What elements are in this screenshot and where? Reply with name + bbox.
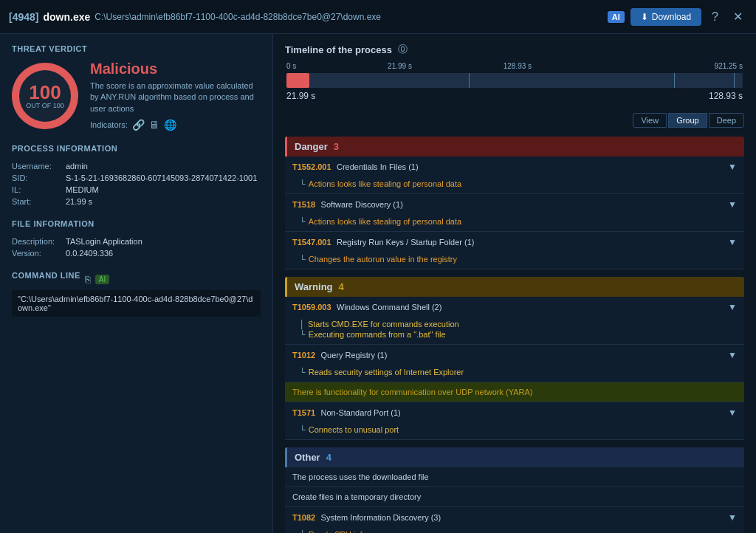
header: [4948] down.exe C:\Users\admin\efb86bf7-… — [0, 0, 756, 34]
threat-name-t1082: System Information Discovery (3) — [321, 513, 441, 522]
threat-detail-t1012-line1: └ Reads security settings of Internet Ex… — [300, 367, 737, 377]
file-info-title: File information — [12, 219, 261, 228]
threat-item-t1552-header: T1552.001 Credentials In Files (1) ▼ — [285, 157, 744, 177]
deep-button[interactable]: Deep — [709, 113, 744, 128]
version-label: Version: — [12, 249, 60, 258]
indicator-icon-2: 🖥 — [149, 119, 159, 131]
threat-item-t1547-title: T1547.001 Registry Run Keys / Startup Fo… — [292, 237, 474, 247]
view-controls: View Group Deep — [285, 113, 744, 128]
threat-name-t1012: Query Registry (1) — [321, 351, 388, 360]
expand-icon-t1571[interactable]: ▼ — [728, 408, 737, 418]
threat-name-t1571: Non-Standard Port (1) — [321, 408, 401, 417]
threat-detail-t1552-text: Actions looks like stealing of personal … — [309, 179, 461, 188]
threat-item-t1547: T1547.001 Registry Run Keys / Startup Fo… — [285, 232, 744, 269]
username-value: admin — [66, 162, 88, 171]
start-value: 21.99 s — [66, 197, 92, 206]
timeline-header: Timeline of the process ⓪ — [285, 43, 744, 56]
timeline-range-labels: 21.99 s 128.93 s — [285, 91, 744, 101]
sid-value: S-1-5-21-1693682860-607145093-2874071422… — [66, 173, 257, 182]
threat-id-t1547: T1547.001 — [292, 238, 331, 247]
timeline-labels: 0 s 21.99 s 128.93 s 921.25 s — [285, 62, 744, 70]
threat-detail-t1059-line1: │ Starts CMD.EXE for commands execution — [300, 319, 737, 329]
timeline-tick-2 — [674, 73, 675, 88]
group-button[interactable]: Group — [668, 113, 707, 128]
description-value: TASLogin Application — [66, 237, 142, 246]
score-label: OUT OF 100 — [26, 102, 63, 109]
threat-detail-t1518-text: Actions looks like stealing of personal … — [309, 217, 461, 226]
threat-item-t1518: T1518 Software Discovery (1) ▼ └ Actions… — [285, 194, 744, 232]
threat-id-t1082: T1082 — [292, 513, 315, 522]
threat-detail-t1552-line1: └ Actions looks like stealing of persona… — [300, 179, 737, 189]
threat-detail-t1012-text: Reads security settings of Internet Expl… — [309, 368, 464, 376]
header-title: [4948] down.exe C:\Users\admin\efb86bf7-… — [9, 11, 600, 23]
timeline-active-region — [286, 73, 309, 88]
timeline-tick-3 — [734, 73, 735, 88]
process-filename: down.exe — [43, 11, 90, 23]
score-number: 100 — [26, 83, 63, 102]
copy-icon[interactable]: ⎘ — [85, 274, 91, 285]
timeline-section: Timeline of the process ⓪ 0 s 21.99 s 12… — [285, 43, 744, 101]
threat-detail-t1518: └ Actions looks like stealing of persona… — [285, 215, 744, 231]
threat-detail-t1059-text1: Starts CMD.EXE for commands execution — [308, 320, 459, 329]
threat-id-t1012: T1012 — [292, 351, 315, 360]
threat-detail-t1547-line1: └ Changes the autorun value in the regis… — [300, 254, 737, 264]
close-button[interactable]: ✕ — [729, 8, 747, 25]
threat-detail-t1082-line1: └ Reads CPU info — [300, 529, 737, 533]
cmd-ai-badge: AI — [95, 275, 109, 284]
view-button[interactable]: View — [633, 113, 667, 128]
threat-detail-t1571: └ Connects to unusual port — [285, 423, 744, 439]
threat-detail-t1082: └ Reads CPU info — [285, 528, 744, 533]
threat-item-t1552-title: T1552.001 Credentials In Files (1) — [292, 162, 419, 172]
indicator-icon-1: 🔗 — [132, 119, 145, 131]
threat-item-t1059-header: T1059.003 Windows Command Shell (2) ▼ — [285, 297, 744, 317]
danger-header: Danger 3 — [285, 137, 744, 157]
threat-detail-t1012: └ Reads security settings of Internet Ex… — [285, 365, 744, 382]
process-pid: [4948] — [9, 11, 38, 23]
other-category: Other 4 The process uses the downloaded … — [285, 447, 744, 533]
threat-item-t1518-header: T1518 Software Discovery (1) ▼ — [285, 194, 744, 215]
threat-item-t1012-header: T1012 Query Registry (1) ▼ — [285, 345, 744, 365]
indicators-label: Indicators: — [90, 120, 128, 129]
expand-icon-t1552[interactable]: ▼ — [728, 162, 737, 172]
header-actions: AI ⬇ Download ? ✕ — [608, 8, 747, 26]
command-line-text: "C:\Users\admin\efb86bf7-1100-400c-ad4d-… — [12, 290, 261, 317]
threat-item-t1571-title: T1571 Non-Standard Port (1) — [292, 408, 401, 418]
il-row: IL: MEDIUM — [12, 184, 261, 196]
left-panel: Threat Verdict 100 OUT OF 100 Malicious … — [0, 34, 273, 533]
download-button[interactable]: ⬇ Download — [630, 8, 701, 26]
threat-verdict-section: Threat Verdict 100 OUT OF 100 Malicious … — [12, 44, 261, 131]
timeline-tick-1 — [469, 73, 470, 88]
file-info-table: Description: TASLogin Application Versio… — [12, 235, 261, 259]
threat-item-t1012: T1012 Query Registry (1) ▼ └ Reads secur… — [285, 345, 744, 382]
timeline-track[interactable] — [286, 73, 743, 88]
danger-label: Danger — [295, 141, 328, 152]
threat-item-t1059: T1059.003 Windows Command Shell (2) ▼ │ … — [285, 297, 744, 345]
expand-icon-t1059[interactable]: ▼ — [728, 302, 737, 312]
score-inner: 100 OUT OF 100 — [26, 83, 63, 109]
expand-icon-t1012[interactable]: ▼ — [728, 350, 737, 360]
timeline-title: Timeline of the process — [285, 44, 392, 55]
threat-detail-t1547-text: Changes the autorun value in the registr… — [309, 255, 457, 264]
verdict-label: Malicious — [90, 61, 261, 78]
danger-count: 3 — [334, 141, 339, 152]
username-row: Username: admin — [12, 160, 261, 172]
score-circle: 100 OUT OF 100 — [12, 63, 78, 129]
timeline-help-icon[interactable]: ⓪ — [398, 43, 408, 56]
main-content: Threat Verdict 100 OUT OF 100 Malicious … — [0, 34, 756, 533]
threat-detail-t1571-line1: └ Connects to unusual port — [300, 424, 737, 435]
indicators-row: Indicators: 🔗 🖥 🌐 — [90, 119, 261, 131]
other-item-1-text: The process uses the downloaded file — [292, 472, 429, 481]
detail-arrow: └ — [300, 179, 306, 188]
timeline-label-0: 0 s — [286, 62, 296, 70]
expand-icon-t1082[interactable]: ▼ — [728, 512, 737, 523]
danger-category: Danger 3 T1552.001 Credentials In Files … — [285, 137, 744, 269]
expand-icon-t1518[interactable]: ▼ — [728, 199, 737, 210]
threat-detail-t1547: └ Changes the autorun value in the regis… — [285, 252, 744, 269]
expand-icon-t1547[interactable]: ▼ — [728, 237, 737, 247]
threat-item-t1082-header: T1082 System Information Discovery (3) ▼ — [285, 507, 744, 528]
threat-name-t1059: Windows Command Shell (2) — [337, 303, 441, 312]
timeline-range-start: 21.99 s — [286, 91, 315, 101]
yara-text: There is functionality for communication… — [292, 388, 532, 396]
command-line-section: Command line ⎘ AI "C:\Users\admin\efb86b… — [12, 271, 261, 317]
help-button[interactable]: ? — [707, 9, 723, 25]
